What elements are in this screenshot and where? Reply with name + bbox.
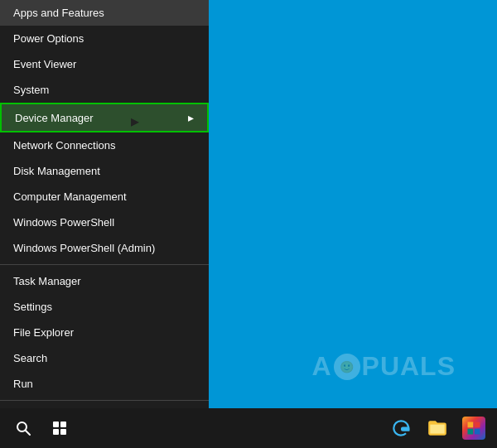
menu-item-label-device-manager: Device Manager [15,112,94,124]
menu-divider [0,264,209,265]
svg-rect-8 [468,429,474,435]
menu-item-label-file-explorer: File Explorer [13,326,74,339]
menu-item-network-connections[interactable]: Network Connections [0,132,209,158]
taskbar-right [384,412,497,445]
svg-rect-2 [53,422,59,427]
menu-item-label-settings: Settings [13,301,52,313]
menu-item-label-computer-management: Computer Management [13,190,127,203]
context-menu: Apps and FeaturesPower OptionsEvent View… [0,0,209,448]
menu-item-label-event-viewer: Event Viewer [13,58,76,70]
menu-item-label-task-manager: Task Manager [13,275,81,287]
menu-item-run[interactable]: Run [0,371,209,397]
menu-item-label-run: Run [13,378,33,390]
cursor-indicator: ▸ [188,111,194,124]
menu-divider [0,400,209,401]
taskbar-left [0,412,76,445]
search-taskbar-button[interactable] [7,412,40,445]
svg-rect-5 [60,429,66,435]
menu-item-label-search: Search [13,352,47,364]
svg-line-1 [26,431,31,436]
menu-item-label-windows-powershell: Windows PowerShell [13,216,114,229]
edge-taskbar-icon[interactable] [384,412,417,445]
menu-item-windows-powershell[interactable]: Windows PowerShell [0,210,209,235]
menu-item-search[interactable]: Search [0,345,209,371]
svg-rect-3 [60,422,66,427]
menu-item-label-apps-features: Apps and Features [13,7,104,19]
task-view-button[interactable] [43,412,76,445]
file-explorer-taskbar-icon[interactable] [421,412,454,445]
menu-item-disk-management[interactable]: Disk Management [0,158,209,184]
svg-rect-6 [468,422,474,428]
menu-item-settings[interactable]: Settings [0,294,209,320]
taskbar [0,408,497,448]
menu-item-label-disk-management: Disk Management [13,165,100,177]
menu-item-device-manager[interactable]: Device Manager▸ [0,103,209,132]
menu-item-system[interactable]: System [0,77,209,103]
desktop: A 🙂 PUALS Apps and FeaturesPower Options… [0,0,497,448]
menu-item-label-system: System [13,84,49,96]
menu-item-label-network-connections: Network Connections [13,139,116,152]
menu-item-power-options[interactable]: Power Options [0,26,209,51]
svg-rect-4 [53,429,59,435]
menu-item-file-explorer[interactable]: File Explorer [0,320,209,345]
menu-item-label-windows-powershell-admin: Windows PowerShell (Admin) [13,242,155,254]
svg-rect-9 [475,429,480,435]
menu-item-computer-management[interactable]: Computer Management [0,184,209,210]
svg-rect-7 [475,422,480,428]
menu-item-event-viewer[interactable]: Event Viewer [0,51,209,77]
store-taskbar-icon[interactable] [457,412,490,445]
menu-item-task-manager[interactable]: Task Manager [0,268,209,294]
watermark: A 🙂 PUALS [311,351,456,382]
menu-item-windows-powershell-admin[interactable]: Windows PowerShell (Admin) [0,235,209,261]
menu-item-apps-features[interactable]: Apps and Features [0,0,209,26]
menu-item-label-power-options: Power Options [13,32,84,45]
